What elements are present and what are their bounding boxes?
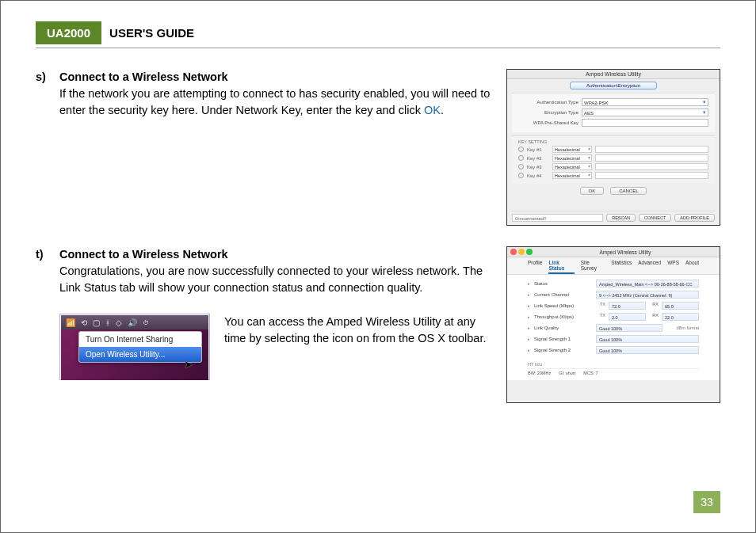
figA-window-title: Amped Wireless Utility [507,70,720,79]
step-s-body: If the network you are attempting to con… [36,86,492,119]
volume-icon: 🔊 [128,318,137,327]
figB-tab-profile[interactable]: Profile [528,260,542,274]
figB-tab-about[interactable]: About [685,260,699,274]
figA-ok-button[interactable]: OK [580,187,605,195]
bluetooth-icon: ᚼ [105,318,110,327]
figA-key1-label: Key #1 [527,147,549,152]
figA-key3-mode[interactable]: Hexadecimal [552,163,592,170]
figB-sig1-value: Good 100% [596,335,699,343]
step-t-body: Congratulations, you are now successfull… [36,263,492,296]
figA-key3-radio[interactable] [518,164,524,169]
figB-linkspeed-label: Link Speed (Mbps) [534,303,596,308]
figB-linkq-label: Link Quality [534,326,596,330]
figB-ht-bw: BW: 20MHz [528,371,551,375]
figB-min-icon[interactable] [518,249,525,255]
figA-key4-label: Key #4 [527,173,549,178]
figA-psk-input[interactable] [582,119,708,127]
figB-rx-label: RX [649,302,659,310]
figB-rx-tp: 22.0 [662,313,699,321]
figA-enctype-select[interactable]: AES [582,109,708,116]
figB-tab-advanced[interactable]: Advanced [638,260,661,274]
figA-key2-input[interactable] [595,154,708,162]
figB-channel-value: 9 <--> 2452 MHz (Central Channel: 9) [596,291,699,299]
figA-connect-button[interactable]: CONNECT [639,214,671,222]
figA-key3-input[interactable] [595,163,708,170]
chevron-icon: ▸ [528,292,534,297]
figA-authtype-select[interactable]: WPA2-PSK [582,98,708,106]
figB-tx-label: TX [596,302,605,310]
guide-title: USER'S GUIDE [101,21,194,44]
figA-enctype-label: Encryption Type [518,110,582,115]
figB-tabstrip: Profile Link Status Site Survey Statisti… [507,257,720,275]
figB-ht-head: HT Info [528,362,699,367]
figA-key3-label: Key #3 [527,165,549,169]
figure-link-status: Amped Wireless Utility Profile Link Stat… [506,246,720,403]
display-icon: ▢ [93,318,100,327]
chevron-icon: ▸ [528,348,534,352]
figB-zoom-icon[interactable] [526,249,533,255]
chevron-icon: ▸ [528,326,534,330]
figB-tab-wps[interactable]: WPS [667,260,679,274]
figA-key1-radio[interactable] [518,147,524,152]
figB-close-icon[interactable] [510,249,517,255]
chevron-icon: ▸ [528,337,534,341]
figA-cancel-button[interactable]: CANCEL [610,187,647,195]
figB-linkq-value: Good 100% [596,324,662,332]
figA-tab-auth[interactable]: Authentication\Encryption [570,82,657,89]
figB-sig2-value: Good 100% [596,346,699,354]
figB-tx-speed: 72.0 [609,302,646,310]
figB-window-title: Amped Wireless Utility [534,249,716,255]
figB-tab-statistics[interactable]: Statistics [611,260,632,274]
figA-key4-mode[interactable]: Hexadecimal [552,172,592,179]
chevron-icon: ▸ [528,281,534,286]
figB-rx-speed: 65.0 [662,302,699,310]
figA-key2-radio[interactable] [518,155,524,161]
step-s-letter: s) [36,69,59,86]
page-header: UA2000 USER'S GUIDE [36,21,720,44]
figB-channel-label: Current Channel [534,292,596,297]
figB-sig2-label: Signal Strength 2 [534,348,596,352]
figA-key4-input[interactable] [595,172,708,179]
step-t-title: Connect to a Wireless Network [59,246,228,263]
sync-icon: ⟲ [81,318,87,327]
figA-addprofile-button[interactable]: ADD PROFILE [674,214,715,222]
figB-throughput-label: Throughput (Kbps) [534,314,596,319]
model-badge: UA2000 [36,21,101,44]
figA-key4-radio[interactable] [518,173,524,178]
figA-key2-mode[interactable]: Hexadecimal [552,154,592,162]
chevron-icon: ▸ [528,314,534,319]
wifi2-icon: ◇ [116,318,122,327]
figB-tx-tp: 2.0 [609,313,646,321]
ok-link: OK [424,104,441,116]
figA-status: Disconnected!! [512,214,603,222]
figB-dbm-label: dBm format [662,326,699,330]
step-s-body-post: . [441,104,444,116]
figB-tx-label2: TX [596,313,605,321]
step-t-letter: t) [36,246,59,263]
clock-icon: ⏱ [143,319,149,326]
figA-rescan-button[interactable]: RESCAN [606,214,636,222]
figA-key1-input[interactable] [595,146,708,153]
page-number: 33 [693,491,720,513]
figA-key2-label: Key #2 [527,156,549,161]
figC-menu-sharing[interactable]: Turn On Internet Sharing [79,332,201,347]
figB-ht-gi: GI: short [559,371,575,375]
header-rule [36,48,720,48]
figA-authtype-label: Authentication Type [518,100,582,105]
figB-status-label: Status [534,281,596,286]
figA-keysetting-label: KEY SETTING [518,139,708,144]
figB-rx-label2: RX [649,313,659,321]
figA-key1-mode[interactable]: Hexadecimal [552,146,592,153]
toolbar-caption: You can access the Amped Wireless Utilit… [224,314,492,380]
figC-menu-open-utility[interactable]: Open Wireless Utility... [79,347,201,362]
figB-tab-linkstatus[interactable]: Link Status [548,260,574,274]
chevron-icon: ▸ [528,303,534,308]
figB-status-value: Amped_Wireless_Main <--> 00-26-88-58-66-… [596,280,699,287]
figure-osx-menu: 📶 ⟲ ▢ ᚼ ◇ 🔊 ⏱ Turn On Internet Sharing O… [59,314,210,380]
figB-tab-sitesurvey[interactable]: Site Survey [581,260,605,274]
figB-ht-mcs: MCS: 7 [583,371,598,375]
step-s-title: Connect to a Wireless Network [59,69,228,86]
figC-menubar: 📶 ⟲ ▢ ᚼ ◇ 🔊 ⏱ [61,315,208,329]
figure-auth-encrypt: Amped Wireless Utility Authentication\En… [506,69,720,226]
figB-sig1-label: Signal Strength 1 [534,337,596,341]
